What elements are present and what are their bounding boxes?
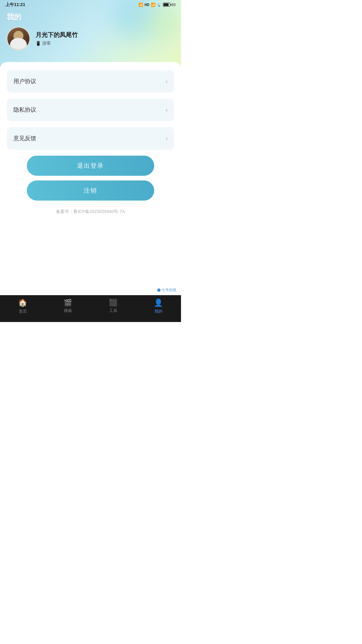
phone-icon: 📱 bbox=[36, 41, 41, 46]
cancel-button[interactable]: 注销 bbox=[27, 180, 154, 201]
nav-item-mine[interactable]: 👤 我的 bbox=[136, 299, 181, 314]
status-time: 上午11:21 bbox=[5, 2, 25, 8]
user-name: 月光下的凤尾竹 bbox=[36, 31, 78, 39]
nav-label-mine: 我的 bbox=[155, 309, 163, 314]
avatar bbox=[7, 27, 30, 50]
nav-item-tools[interactable]: ⬛ 工具 bbox=[90, 299, 136, 314]
chevron-right-icon-2: › bbox=[166, 136, 168, 142]
signal2-icon: 📶 bbox=[151, 3, 156, 7]
chevron-right-icon-0: › bbox=[166, 78, 168, 85]
page-title: 我的 bbox=[7, 12, 21, 22]
user-profile: 月光下的凤尾竹 📱 游客 bbox=[7, 27, 78, 50]
watermark: 七号在线 bbox=[157, 287, 176, 292]
mine-icon: 👤 bbox=[154, 299, 163, 307]
watermark-dot bbox=[157, 288, 161, 292]
menu-item-privacy-agreement[interactable]: 隐私协议 › bbox=[7, 99, 174, 121]
hd-label: HD bbox=[144, 3, 149, 7]
content-area: 用户协议 › 隐私协议 › 意见反馈 › 退出登录 注销 备案号：鲁ICP备20… bbox=[0, 62, 181, 295]
menu-label-feedback: 意见反馈 bbox=[13, 135, 36, 142]
menu-item-user-agreement[interactable]: 用户协议 › bbox=[7, 70, 174, 93]
user-type-label: 游客 bbox=[42, 40, 51, 46]
nav-label-tools: 工具 bbox=[109, 308, 117, 314]
watermark-text: 七号在线 bbox=[162, 287, 176, 292]
menu-label-privacy-agreement: 隐私协议 bbox=[13, 106, 36, 114]
template-icon: 🎬 bbox=[64, 299, 72, 307]
battery-icon bbox=[163, 3, 170, 7]
user-info: 月光下的凤尾竹 📱 游客 bbox=[36, 31, 78, 46]
status-icons: 📶 HD 📶 📡 93 bbox=[138, 3, 176, 7]
chevron-right-icon-1: › bbox=[166, 107, 168, 113]
nav-label-home: 首页 bbox=[19, 309, 27, 314]
home-icon: 🏠 bbox=[18, 299, 27, 307]
logout-button[interactable]: 退出登录 bbox=[27, 156, 154, 176]
nav-label-template: 模板 bbox=[64, 308, 72, 314]
wifi-icon: 📡 bbox=[157, 3, 162, 7]
battery-percent: 93 bbox=[172, 3, 176, 7]
nav-item-template[interactable]: 🎬 模板 bbox=[45, 299, 90, 314]
tools-icon: ⬛ bbox=[109, 299, 117, 307]
status-bar: 上午11:21 📶 HD 📶 📡 93 bbox=[0, 0, 181, 9]
nav-item-home[interactable]: 🏠 首页 bbox=[0, 299, 45, 314]
icp-text: 备案号：鲁ICP备2023025940号-7A bbox=[7, 209, 174, 215]
bottom-nav: 🏠 首页 🎬 模板 ⬛ 工具 👤 我的 bbox=[0, 295, 181, 322]
menu-item-feedback[interactable]: 意见反馈 › bbox=[7, 127, 174, 150]
user-type: 📱 游客 bbox=[36, 40, 78, 46]
hero-header: 我的 月光下的凤尾竹 📱 游客 bbox=[0, 0, 181, 67]
menu-label-user-agreement: 用户协议 bbox=[13, 77, 36, 85]
signal-icon: 📶 bbox=[138, 3, 143, 7]
